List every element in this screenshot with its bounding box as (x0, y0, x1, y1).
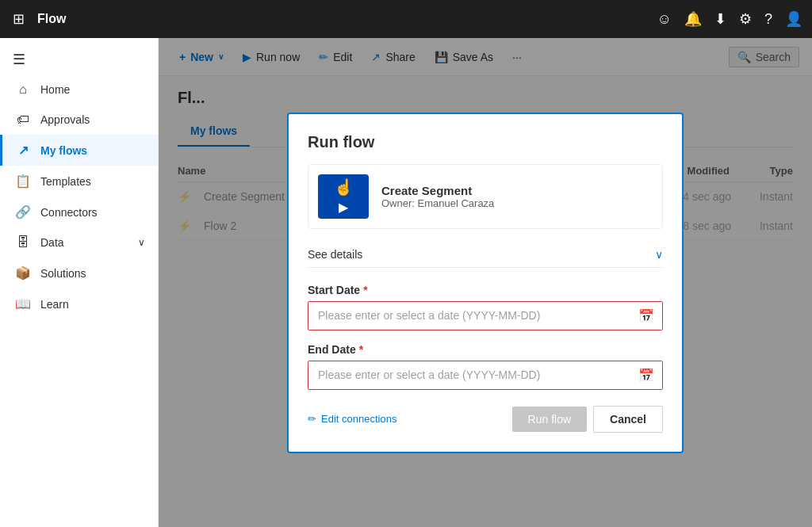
sidebar-item-home[interactable]: ⌂ Home (0, 74, 158, 105)
see-details-label: See details (308, 248, 362, 261)
end-date-input[interactable] (308, 362, 630, 388)
sidebar-item-connectors[interactable]: 🔗 Connectors (0, 197, 158, 227)
grid-icon[interactable]: ⊞ (10, 7, 28, 31)
run-flow-button[interactable]: Run flow (512, 407, 587, 432)
sidebar-item-approvals[interactable]: 🏷 Approvals (0, 105, 158, 135)
connectors-icon: 🔗 (15, 204, 31, 220)
sidebar-item-myflows[interactable]: ↗ My flows (0, 135, 158, 166)
sidebar-item-data[interactable]: 🗄 Data ∨ (0, 227, 158, 258)
play-icon-small: ▶ (339, 200, 348, 215)
sidebar-item-solutions[interactable]: 📦 Solutions (0, 258, 158, 288)
sidebar-label-home: Home (40, 83, 70, 96)
modal-title: Run flow (308, 133, 663, 151)
start-date-label: Start Date * (308, 284, 663, 296)
home-icon: ⌂ (15, 82, 31, 97)
end-date-input-wrap: 📅 (308, 361, 663, 390)
edit-icon: ✏ (308, 413, 316, 425)
data-expand-icon: ∨ (138, 237, 145, 248)
run-flow-modal: Run flow ☝ ▶ Create Segment Owner: Emanu… (287, 113, 684, 453)
see-details[interactable]: See details ∨ (308, 242, 663, 268)
sidebar-label-solutions: Solutions (40, 267, 86, 280)
flow-card-owner: Owner: Emanuel Caraza (381, 197, 494, 209)
solutions-icon: 📦 (15, 265, 31, 281)
start-date-group: Start Date * 📅 (308, 284, 663, 330)
start-date-input-wrap: 📅 (308, 301, 663, 330)
chevron-down-icon: ∨ (655, 248, 663, 261)
sidebar-label-myflows: My flows (40, 144, 87, 157)
modal-footer: ✏ Edit connections Run flow Cancel (308, 406, 663, 433)
start-date-calendar-icon[interactable]: 📅 (630, 302, 662, 330)
flow-card-name: Create Segment (381, 184, 494, 197)
sidebar: ☰ ⌂ Home 🏷 Approvals ↗ My flows 📋 Templa… (0, 38, 159, 527)
modal-overlay: Run flow ☝ ▶ Create Segment Owner: Emanu… (159, 38, 812, 527)
main-layout: ☰ ⌂ Home 🏷 Approvals ↗ My flows 📋 Templa… (0, 38, 812, 527)
templates-icon: 📋 (15, 174, 31, 189)
end-date-calendar-icon[interactable]: 📅 (630, 361, 662, 389)
emoji-icon[interactable]: ☺ (657, 11, 672, 28)
settings-icon[interactable]: ⚙ (739, 10, 752, 28)
touch-icon: ☝ (334, 178, 354, 197)
end-date-label: End Date * (308, 343, 663, 356)
top-bar: ⊞ Flow ☺ 🔔 ⬇ ⚙ ? 👤 (0, 0, 812, 38)
approvals-icon: 🏷 (15, 113, 31, 127)
learn-icon: 📖 (15, 296, 31, 311)
start-date-input[interactable] (308, 303, 630, 328)
sidebar-label-learn: Learn (40, 298, 69, 311)
data-icon: 🗄 (15, 235, 31, 250)
sidebar-label-templates: Templates (40, 175, 91, 188)
app-title: Flow (37, 12, 648, 26)
sidebar-item-learn[interactable]: 📖 Learn (0, 288, 158, 319)
cancel-button[interactable]: Cancel (593, 406, 663, 433)
sidebar-toggle[interactable]: ☰ (0, 44, 158, 74)
sidebar-label-connectors: Connectors (40, 206, 98, 219)
sidebar-item-templates[interactable]: 📋 Templates (0, 166, 158, 197)
edit-connections[interactable]: ✏ Edit connections (308, 413, 396, 425)
flow-card-info: Create Segment Owner: Emanuel Caraza (381, 184, 494, 209)
end-date-required: * (359, 343, 363, 356)
end-date-group: End Date * 📅 (308, 343, 663, 390)
edit-connections-label: Edit connections (321, 413, 396, 425)
sidebar-label-data: Data (40, 236, 64, 249)
download-icon[interactable]: ⬇ (714, 10, 726, 28)
flow-icon-box: ☝ ▶ (318, 174, 369, 219)
notification-icon[interactable]: 🔔 (684, 10, 702, 28)
myflows-icon: ↗ (15, 143, 31, 158)
top-bar-icons: ☺ 🔔 ⬇ ⚙ ? 👤 (657, 10, 802, 28)
start-date-required: * (363, 284, 367, 296)
user-avatar[interactable]: 👤 (785, 10, 802, 28)
help-icon[interactable]: ? (764, 11, 772, 28)
main-content: + New ∨ ▶ Run now ✏ Edit ↗ Share 💾 Save … (159, 38, 812, 527)
flow-card: ☝ ▶ Create Segment Owner: Emanuel Caraza (308, 164, 663, 229)
sidebar-label-approvals: Approvals (40, 113, 90, 126)
